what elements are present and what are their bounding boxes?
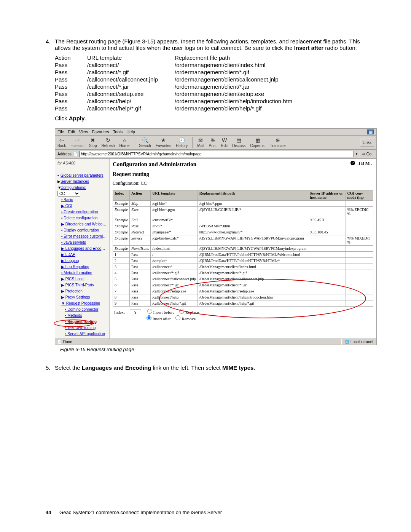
nav-text-url-routing[interactable]: ▪ Text URL routing (65, 325, 107, 331)
favorites-button[interactable]: ★Favorites (156, 137, 171, 148)
menu-file[interactable]: File (57, 129, 64, 134)
nav-server-instances[interactable]: ▶Server Instances (57, 179, 107, 185)
nav-domino-connector[interactable]: ▪ Domino connector (65, 307, 107, 313)
nav-methods[interactable]: ▪ Methods (65, 313, 107, 319)
search-button[interactable]: 🔍Search (139, 137, 151, 148)
copernic-button[interactable]: ▦Copernic (250, 137, 265, 148)
nav-configurations[interactable]: ▼Configurations: (57, 185, 107, 191)
home-icon: ⌂ (123, 137, 126, 143)
radio-insert-before[interactable] (147, 309, 152, 314)
table-row[interactable]: 9Pass/callconnect/help/*.gif/OrderManage… (113, 300, 373, 307)
table-row[interactable]: ExampleMap/cgi-bin/*/cgi-bin/*.pgm (113, 201, 373, 207)
step4-intro-bold: Insert after (294, 45, 324, 51)
table-row[interactable]: ExampleService/cgi-bin/hexcalc*/QSYS.LIB… (113, 235, 373, 246)
mail-icon: ✉ (198, 137, 203, 143)
nav-display-configuration[interactable]: ▪ Display configuration (61, 227, 107, 233)
address-field[interactable]: http://awesome:2001/QIBM/HTTPSVR/Admin/q… (79, 151, 354, 157)
table-row[interactable]: ExampleRedirect/mainpage/*http://www.oth… (113, 229, 373, 235)
table-row[interactable]: ExampleFail/customerB/*9.99.45.3 (113, 217, 373, 223)
nav-protection[interactable]: ▶ Protection (61, 288, 107, 294)
discuss-button[interactable]: ▤Discuss (232, 137, 245, 148)
figure-screenshot: File Edit View Favorites Tools Help ▦ ⇦B… (55, 128, 377, 345)
help-icon[interactable]: ? (350, 161, 355, 165)
main-panel: ? IBM. Configuration and Administration … (110, 159, 376, 339)
browser-toolbar: ⇦Back ⇨Forward ✖Stop ↻Refresh ⌂Home 🔍Sea… (55, 136, 376, 150)
table-row[interactable]: ExamplePass/root/*/WEBSAMP/*.html (113, 223, 373, 229)
edit-button[interactable]: WEdit (221, 137, 228, 148)
back-button[interactable]: ⇦Back (57, 137, 66, 148)
nav-ldap[interactable]: ▶ LDAP (61, 252, 107, 258)
table-row[interactable]: 1Pass//QIBM/ProdData/HTTP/Public/HTTPSVR… (113, 252, 373, 258)
nav-create-configuration[interactable]: ▪ Create configuration (61, 209, 107, 215)
config-select[interactable]: CC (57, 191, 80, 197)
history-button[interactable]: 🕘History (176, 137, 188, 148)
table-row[interactable]: 7Pass/callconnect/setup.exe/OrderManagem… (113, 288, 373, 294)
nav-directories-and-welcome-page[interactable]: ▶ Directories and Welcome Page (61, 221, 107, 227)
search-icon: 🔍 (142, 137, 148, 143)
menu-help[interactable]: Help (126, 129, 135, 134)
radio-insert-after[interactable] (147, 315, 151, 320)
copernic-icon: ▦ (255, 137, 260, 143)
refresh-button[interactable]: ↻Refresh (102, 137, 115, 148)
index-input[interactable] (130, 310, 141, 315)
translate-button[interactable]: ⊕Translate (270, 137, 285, 148)
radio-replace[interactable] (179, 309, 184, 314)
nav-delete-configuration[interactable]: ▪ Delete configuration (61, 215, 107, 221)
menu-favorites[interactable]: Favorites (92, 129, 109, 134)
nav-languages-and-encoding[interactable]: ▶ Languages and Encoding (61, 246, 107, 252)
nav-request-routing[interactable]: ▪ Request routing (65, 319, 107, 325)
click-a: Click (55, 115, 69, 121)
step5-num: 5. (46, 364, 55, 371)
config-label: Configuration: CC (113, 181, 373, 186)
nav-log-reporting[interactable]: ▶ Log Reporting (61, 264, 107, 270)
address-label: Address (57, 152, 72, 156)
table-row[interactable]: ExampleNameTrans/index.html/QSYS.LIB/MYG… (113, 246, 373, 252)
home-button[interactable]: ⌂Home (119, 137, 130, 148)
nav-global[interactable]: ▪Global server parameters (57, 173, 107, 179)
step4-intro-b: radio button: (323, 45, 357, 51)
menu-view[interactable]: View (79, 129, 88, 134)
intranet-icon: 🌐 (345, 340, 349, 344)
footer-text: Geac System21 commerce.connect: Implemen… (59, 510, 222, 515)
nav-meta-information[interactable]: ▪ Meta-information (61, 270, 107, 276)
mail-button[interactable]: ✉Mail (197, 137, 204, 148)
table-row[interactable]: 5Pass/callconnect/callconnect.jnlp/Order… (113, 276, 373, 282)
nav-cgi[interactable]: ▶ CGI (61, 203, 107, 209)
radio-remove[interactable] (175, 315, 180, 320)
nav-request-processing[interactable]: ▼ Request Processing (61, 300, 107, 307)
nav-basic[interactable]: ▪ Basic (61, 197, 107, 203)
stop-button[interactable]: ✖Stop (89, 137, 97, 148)
print-button[interactable]: 🖶Print (209, 137, 217, 148)
ibm-logo: IBM. (358, 160, 373, 166)
nav-server-api-application[interactable]: ▪ Server API application (65, 331, 107, 337)
addr-dropdown-icon[interactable]: ▼ (355, 152, 358, 156)
page-number: 44 (46, 510, 51, 515)
table-row[interactable]: 6Pass/callconnect/*.jar/OrderManagement/… (113, 282, 373, 288)
table-row[interactable]: 4Pass/callconnect/*.gif/OrderManagement/… (113, 270, 373, 276)
address-bar: Address 📄 http://awesome:2001/QIBM/HTTPS… (55, 150, 376, 159)
go-button[interactable]: ⇨ Go (360, 151, 374, 157)
status-done-icon: 📄 (57, 340, 62, 344)
menu-tools[interactable]: Tools (113, 129, 123, 134)
table-row[interactable]: 8Pass/callconnect/help//OrderManagement/… (113, 294, 373, 300)
nav-error-message-customization[interactable]: ▪ Error message customization (61, 233, 107, 240)
refresh-icon: ↻ (106, 137, 110, 143)
links-button[interactable]: Links (360, 139, 374, 147)
history-icon: 🕘 (178, 137, 185, 143)
favorites-icon: ★ (161, 137, 166, 143)
ie-flag-icon: ▦ (367, 129, 374, 134)
main-title: Configuration and Administration (113, 161, 373, 168)
nav-java-servlets[interactable]: ▪ Java servlets (61, 240, 107, 246)
menu-edit[interactable]: Edit (68, 129, 75, 134)
nav-proxy-settings[interactable]: ▶ Proxy Settings (61, 294, 107, 300)
nav-logging[interactable]: ▶ Logging (61, 258, 107, 264)
discuss-icon: ▤ (236, 137, 241, 143)
table-row[interactable]: 2Pass/sample/*/QIBM/ProdData/HTTP/Public… (113, 258, 373, 264)
nav-pics-local[interactable]: ▶ PICS Local (61, 276, 107, 282)
status-bar: 📄 Done 🌐 Local intranet (55, 339, 376, 345)
table-row[interactable]: ExampleExec/cgi-bin/*.pgm/QSYS.LIB/CGIBI… (113, 207, 373, 217)
step4-num: 4. (46, 38, 55, 360)
table-row[interactable]: 3Pass/callconnect//OrderManagement/clien… (113, 264, 373, 270)
routing-table: IndexActionURL templateReplacement file … (113, 190, 373, 307)
nav-pics-third-party[interactable]: ▶ PICS Third-Party (61, 282, 107, 288)
